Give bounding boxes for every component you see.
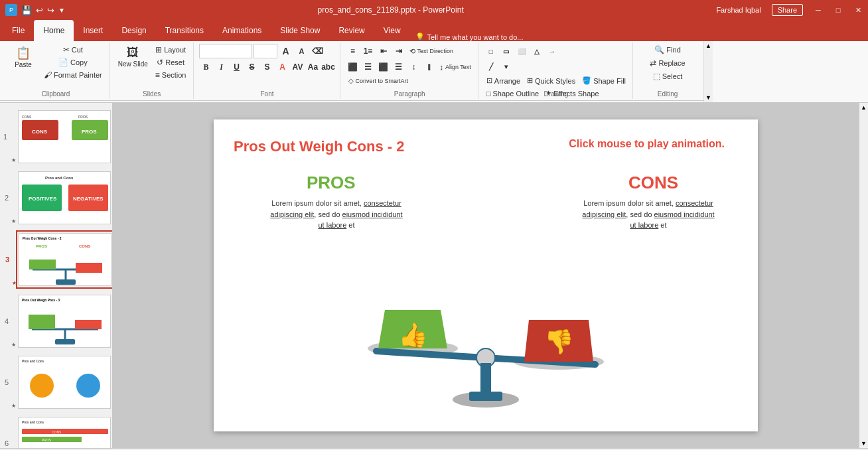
- font-size-input[interactable]: [253, 44, 277, 58]
- align-left-button[interactable]: ⬛: [346, 60, 360, 74]
- svg-text:Pros and Cons: Pros and Cons: [45, 176, 74, 180]
- new-slide-button[interactable]: 🖼 New Slide: [115, 44, 151, 70]
- select-button[interactable]: ⬚Select: [638, 70, 697, 82]
- replace-button[interactable]: ⇄Replace: [638, 57, 697, 69]
- slide-num-6: 6: [5, 439, 9, 447]
- indent-increase-button[interactable]: ⇥: [392, 44, 406, 58]
- qs-customize[interactable]: ▼: [58, 7, 65, 14]
- slide-num-2: 2: [5, 194, 9, 202]
- change-case-button[interactable]: Aa: [306, 60, 321, 74]
- slide-item-6[interactable]: 6 Pros and Cons CONS PROS: [16, 415, 113, 448]
- find-button[interactable]: 🔍Find: [638, 44, 697, 56]
- svg-text:👎: 👎: [544, 327, 574, 356]
- text-highlight-button[interactable]: abc: [321, 60, 336, 74]
- ribbon-scroll-down[interactable]: ▼: [705, 94, 711, 101]
- close-button[interactable]: ✕: [853, 5, 863, 15]
- shape-rect[interactable]: □: [484, 44, 498, 58]
- slide-item-1[interactable]: 1 ★ CONS PROS CONS PROS: [16, 108, 113, 165]
- font-name-input[interactable]: [199, 44, 252, 58]
- qs-redo[interactable]: ↪: [47, 5, 54, 15]
- tab-slideshow[interactable]: Slide Show: [271, 20, 329, 41]
- qs-undo[interactable]: ↩: [36, 5, 43, 15]
- reset-button[interactable]: ↺Reset: [154, 56, 187, 68]
- text-dir-icon: ⟲: [409, 47, 415, 56]
- shape-rect2[interactable]: ▭: [499, 44, 514, 58]
- quick-styles-button[interactable]: ⊞Quick Styles: [524, 75, 578, 86]
- scroll-up-arrow[interactable]: ▲: [861, 104, 867, 111]
- tab-design[interactable]: Design: [112, 20, 155, 41]
- slide-num-3: 3: [5, 256, 9, 263]
- svg-text:Pros Out Weigh Pros - 3: Pros Out Weigh Pros - 3: [22, 298, 60, 302]
- indent-decrease-button[interactable]: ⇤: [376, 44, 391, 58]
- ribbon-tabs: File Home Insert Design Transitions Anim…: [0, 20, 868, 41]
- strikethrough-button[interactable]: S: [245, 60, 259, 74]
- editing-label: Editing: [634, 90, 701, 98]
- clear-format-button[interactable]: ⌫: [311, 44, 325, 58]
- slide-star-3: ★: [12, 280, 17, 286]
- align-right-button[interactable]: ⬛: [376, 60, 391, 74]
- columns-button[interactable]: ⫿: [422, 60, 437, 74]
- increase-font-button[interactable]: A: [279, 44, 293, 58]
- tell-me-input[interactable]: Tell me what you want to do...: [427, 33, 524, 41]
- share-button[interactable]: Share: [772, 4, 803, 16]
- shadow-button[interactable]: S: [260, 60, 275, 74]
- slide-item-5[interactable]: 5 ★ Pros and Cons: [16, 354, 113, 411]
- character-spacing-button[interactable]: AV: [291, 60, 305, 74]
- ribbon-scrollbar[interactable]: ▲ ▼: [703, 41, 713, 102]
- slides-label: Slides: [111, 90, 193, 98]
- text-direction-button[interactable]: ⟲Text Direction: [407, 44, 457, 58]
- slide-item-3[interactable]: 3 ★ Pros Out Weigh Cons - 2 PROS CONS: [16, 230, 113, 289]
- shape-line[interactable]: ╱: [484, 59, 498, 74]
- font-color-button[interactable]: A: [275, 60, 290, 74]
- italic-button[interactable]: I: [214, 60, 229, 74]
- section-button[interactable]: ≡Section: [153, 69, 189, 81]
- copy-button[interactable]: 📄Copy: [56, 56, 90, 68]
- slide-item-4[interactable]: 4 ★ Pros Out Weigh Pros - 3: [16, 293, 113, 350]
- slide-title-num: 2: [396, 138, 404, 155]
- tab-insert[interactable]: Insert: [74, 20, 112, 41]
- arrange-button[interactable]: ⊡Arrange: [484, 75, 523, 86]
- title-bar-right: Farshad Iqbal Share ─ □ ✕: [716, 4, 863, 16]
- tab-animations[interactable]: Animations: [213, 20, 271, 41]
- ribbon-scroll-up[interactable]: ▲: [705, 42, 711, 49]
- underline-button[interactable]: U: [230, 60, 244, 74]
- scroll-down-arrow[interactable]: ▼: [861, 440, 867, 447]
- line-spacing-button[interactable]: ↕: [407, 60, 421, 74]
- maximize-button[interactable]: □: [833, 5, 843, 15]
- main-area: 1 ★ CONS PROS CONS PROS 2: [0, 103, 868, 448]
- ribbon-content: 📋 Paste ✂Cut 📄Copy 🖌Format Painter Clipb…: [0, 41, 703, 101]
- bold-button[interactable]: B: [199, 60, 214, 74]
- shape-tri[interactable]: △: [530, 44, 544, 58]
- minimize-button[interactable]: ─: [814, 5, 823, 15]
- slide-item-2[interactable]: 2 ★ Pros and Cons POSITIVES NEGATIVES: [16, 169, 113, 226]
- slides-group: 🖼 New Slide ⊞Layout ↺Reset ≡Section Slid…: [111, 42, 194, 99]
- cut-button[interactable]: ✂Cut: [60, 44, 86, 56]
- align-center-button[interactable]: ☰: [361, 60, 376, 74]
- align-text-button[interactable]: ↨Align Text: [437, 60, 474, 74]
- tab-transitions[interactable]: Transitions: [156, 20, 213, 41]
- tab-review[interactable]: Review: [329, 20, 374, 41]
- slide-title-text: Pros Out Weigh Cons -: [234, 138, 396, 155]
- paste-button[interactable]: 📋 Paste: [7, 44, 40, 70]
- right-scrollbar[interactable]: ▲ ▼: [859, 103, 868, 448]
- tab-view[interactable]: View: [374, 20, 410, 41]
- convert-smartart-button[interactable]: ◇Convert to SmartArt: [346, 76, 411, 86]
- tab-home[interactable]: Home: [34, 20, 74, 41]
- justify-button[interactable]: ☰: [392, 60, 406, 74]
- shape-more[interactable]: ▾: [499, 59, 514, 74]
- font-group: A A ⌫ B I U S S A AV Aa abc: [195, 42, 340, 99]
- thumb-svg-3: Pros Out Weigh Cons - 2 PROS CONS: [19, 233, 111, 286]
- shape-arrow[interactable]: →: [545, 44, 559, 58]
- layout-button[interactable]: ⊞Layout: [153, 44, 188, 56]
- tab-file[interactable]: File: [3, 20, 34, 41]
- bullet-button[interactable]: ≡: [346, 44, 360, 58]
- format-painter-button[interactable]: 🖌Format Painter: [41, 69, 105, 81]
- qs-save[interactable]: 💾: [21, 5, 32, 15]
- number-button[interactable]: 1≡: [361, 44, 376, 58]
- slide-thumb-6: Pros and Cons CONS PROS: [18, 417, 111, 448]
- shape-round[interactable]: ⬜: [514, 44, 529, 58]
- svg-rect-37: [22, 437, 82, 442]
- shape-fill-button[interactable]: 🪣Shape Fill: [579, 75, 628, 86]
- decrease-font-button[interactable]: A: [295, 44, 309, 58]
- para-row3: ◇Convert to SmartArt: [346, 76, 474, 86]
